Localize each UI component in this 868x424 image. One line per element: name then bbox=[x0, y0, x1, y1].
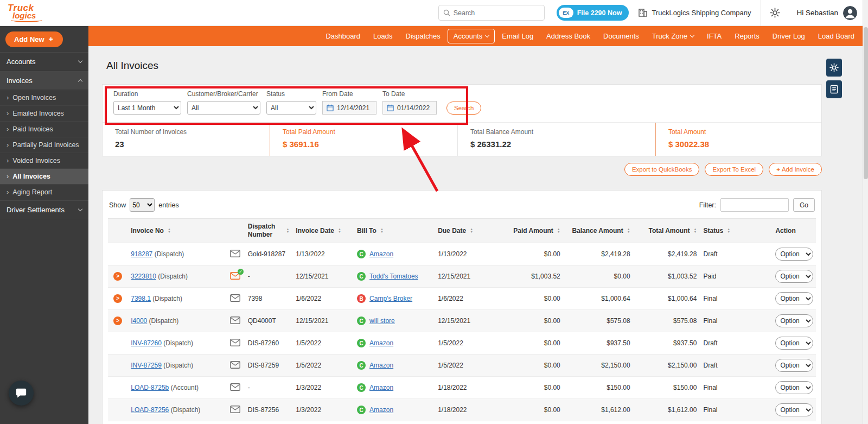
email-invoice-icon[interactable] bbox=[230, 294, 240, 302]
invoice-link[interactable]: LOAD-8725b bbox=[131, 384, 169, 391]
email-invoice-icon[interactable] bbox=[230, 317, 240, 324]
bill-to-link[interactable]: Amazon bbox=[369, 384, 393, 391]
sidebar-group-accounts[interactable]: Accounts bbox=[0, 52, 88, 71]
export-excel-button[interactable]: Export To Excel bbox=[705, 163, 763, 176]
expand-row-button[interactable]: > bbox=[113, 272, 122, 281]
col-header-balance-amount[interactable]: Balance Amount▲▼ bbox=[564, 219, 634, 243]
sidebar-group-invoices[interactable]: Invoices bbox=[0, 71, 88, 90]
email-invoice-icon[interactable]: ✓ bbox=[230, 272, 240, 280]
email-invoice-icon[interactable] bbox=[230, 361, 240, 369]
customer-label: Customer/Broker/Carrier bbox=[187, 90, 260, 98]
email-invoice-icon[interactable] bbox=[230, 383, 240, 391]
status-select[interactable]: All bbox=[266, 101, 316, 115]
go-button[interactable]: Go bbox=[793, 198, 815, 212]
nav-item-documents[interactable]: Documents bbox=[597, 29, 645, 43]
bill-to-link[interactable]: Todd's Tomatoes bbox=[369, 273, 418, 280]
table-filter-input[interactable] bbox=[720, 198, 789, 212]
add-new-button[interactable]: Add New + bbox=[5, 31, 63, 47]
email-invoice-icon[interactable] bbox=[230, 406, 240, 413]
col-header-dispatch-number[interactable]: Dispatch Number▲▼ bbox=[245, 219, 293, 243]
nav-item-truck-zone[interactable]: Truck Zone bbox=[646, 29, 700, 43]
bill-to-link[interactable]: Camp's Broker bbox=[369, 295, 412, 302]
sidebar-item-partially-paid-invoices[interactable]: ›Partially Paid Invoices bbox=[0, 137, 88, 153]
nav-item-address-book[interactable]: Address Book bbox=[540, 29, 596, 43]
row-option-select[interactable]: Option bbox=[775, 270, 813, 283]
sidebar-item-emailed-invoices[interactable]: ›Emailed Invoices bbox=[0, 106, 88, 122]
col-header-invoice-no[interactable]: Invoice No▲▼ bbox=[127, 219, 226, 243]
nav-item-loads[interactable]: Loads bbox=[367, 29, 398, 43]
nav-item-driver-log[interactable]: Driver Log bbox=[767, 29, 811, 43]
invoice-link[interactable]: 3223810 bbox=[131, 273, 156, 280]
status-cell: Paid bbox=[700, 265, 772, 288]
from-date-input[interactable]: 12/14/2021 bbox=[322, 101, 376, 115]
invoice-link[interactable]: LOAD-87256 bbox=[131, 406, 169, 414]
nav-item-dashboard[interactable]: Dashboard bbox=[320, 29, 366, 43]
nav-item-email-log[interactable]: Email Log bbox=[496, 29, 539, 43]
row-option-select[interactable]: Option bbox=[775, 248, 813, 261]
file-2290-button[interactable]: EX File 2290 Now bbox=[557, 5, 629, 21]
user-menu[interactable]: Hi Sebastian bbox=[789, 6, 868, 20]
export-quickbooks-button[interactable]: Export to QuickBooks bbox=[624, 163, 700, 176]
trucklogics-logo[interactable]: Truck logics bbox=[0, 4, 88, 22]
email-invoice-icon[interactable] bbox=[230, 250, 240, 257]
col-header-total-amount[interactable]: Total Amount▲▼ bbox=[634, 219, 700, 243]
nav-item-reports[interactable]: Reports bbox=[729, 29, 765, 43]
expand-row-button[interactable]: > bbox=[113, 294, 122, 303]
row-option-select[interactable]: Option bbox=[775, 337, 813, 350]
settings-gear-button[interactable] bbox=[761, 0, 789, 26]
invoice-link[interactable]: I4000 bbox=[131, 317, 147, 325]
bill-to-cell: CAmazon bbox=[354, 332, 435, 355]
invoice-link[interactable]: INV-87259 bbox=[131, 362, 162, 369]
bill-to-link[interactable]: will store bbox=[369, 317, 395, 325]
bill-to-link[interactable]: Amazon bbox=[369, 250, 393, 258]
nav-item-ifta[interactable]: IFTA bbox=[701, 29, 727, 43]
duration-select[interactable]: Last 1 Month bbox=[113, 101, 181, 115]
sidebar-item-paid-invoices[interactable]: ›Paid Invoices bbox=[0, 122, 88, 137]
sidebar-item-open-invoices[interactable]: ›Open Invoices bbox=[0, 90, 88, 106]
page-size-select[interactable]: 50 bbox=[130, 198, 155, 212]
add-invoice-button[interactable]: +Add Invoice bbox=[769, 163, 822, 176]
invoice-link[interactable]: 7398.1 bbox=[131, 295, 151, 302]
row-option-select[interactable]: Option bbox=[775, 359, 813, 372]
to-date-input[interactable]: 01/14/2022 bbox=[382, 101, 437, 115]
nav-item-accounts[interactable]: Accounts bbox=[448, 29, 495, 43]
invoice-type-label: (Dispatch) bbox=[162, 362, 193, 369]
col-header-bill-to[interactable]: Bill To▲▼ bbox=[354, 219, 435, 243]
company-selector[interactable]: TruckLogics Shipping Company bbox=[639, 9, 761, 17]
col-header-status[interactable]: Status▲▼ bbox=[700, 219, 772, 243]
page-scrollbar[interactable] bbox=[863, 0, 868, 424]
row-option-select[interactable]: Option bbox=[775, 381, 813, 394]
bill-to-link[interactable]: Amazon bbox=[369, 362, 393, 369]
nav-item-label: Reports bbox=[735, 32, 760, 40]
chat-widget-button[interactable] bbox=[9, 381, 34, 406]
sidebar-group-driver-settlements[interactable]: Driver Settlements bbox=[0, 200, 88, 219]
search-input[interactable] bbox=[454, 9, 541, 17]
filter-search-button[interactable]: Search bbox=[446, 102, 481, 115]
sidebar-item-label: Paid Invoices bbox=[12, 125, 53, 133]
sidebar-item-voided-invoices[interactable]: ›Voided Invoices bbox=[0, 153, 88, 169]
expand-row-button[interactable]: > bbox=[113, 317, 122, 325]
row-option-select[interactable]: Option bbox=[775, 314, 813, 327]
nav-item-load-board[interactable]: Load Board bbox=[812, 29, 860, 43]
sidebar-item-all-invoices[interactable]: ›All Invoices bbox=[0, 169, 88, 185]
chevron-down-icon bbox=[690, 33, 694, 37]
table-row: >3223810 (Dispatch)✓-12/15/2021CTodd's T… bbox=[108, 265, 816, 288]
bill-to-link[interactable]: Amazon bbox=[369, 339, 393, 347]
bill-to-link[interactable]: Amazon bbox=[369, 406, 393, 414]
email-invoice-icon[interactable] bbox=[230, 339, 240, 346]
invoice-link[interactable]: INV-87260 bbox=[131, 339, 162, 347]
customer-select[interactable]: All bbox=[187, 101, 260, 115]
row-option-select[interactable]: Option bbox=[775, 292, 813, 305]
quick-settings-button[interactable] bbox=[826, 59, 842, 77]
nav-item-dispatches[interactable]: Dispatches bbox=[400, 29, 446, 43]
col-header-paid-amount[interactable]: Paid Amount▲▼ bbox=[499, 219, 564, 243]
invoice-link[interactable]: 918287 bbox=[131, 250, 152, 258]
table-row: INV-87259 (Dispatch)DIS-872591/5/2022CAm… bbox=[108, 355, 816, 377]
col-header-due-date[interactable]: Due Date▲▼ bbox=[435, 219, 499, 243]
quick-report-button[interactable] bbox=[826, 80, 842, 98]
dispatch-number-cell: Gold-918287 bbox=[245, 243, 293, 265]
col-header-invoice-date[interactable]: Invoice Date▲▼ bbox=[292, 219, 354, 243]
row-option-select[interactable]: Option bbox=[775, 403, 813, 416]
scrollbar-thumb[interactable] bbox=[864, 27, 868, 179]
sidebar-item-aging-report[interactable]: ›Aging Report bbox=[0, 185, 88, 200]
